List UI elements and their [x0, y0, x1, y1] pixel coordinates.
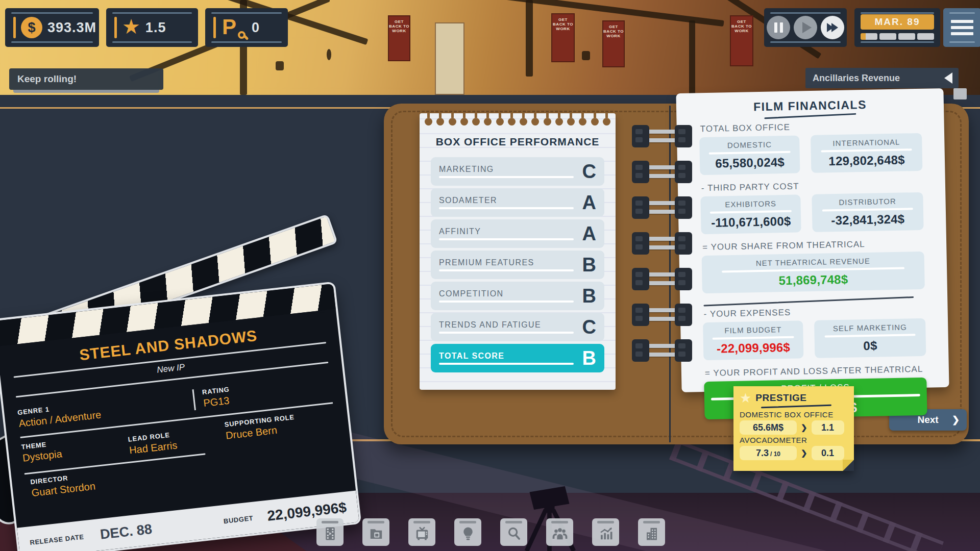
self-marketing-card: SELF MARKETING 0$ [814, 318, 926, 358]
current-date: MAR. 89 [861, 14, 934, 30]
film-budget-card: FILM BUDGET -22,099,996$ [703, 320, 803, 360]
prestige-badge[interactable]: ★ 1.5 [106, 8, 198, 47]
score-grade: B [582, 255, 596, 274]
international-label: INTERNATIONAL [811, 137, 922, 148]
score-grade: A [582, 193, 596, 212]
month-progress-segment [879, 33, 896, 40]
domestic-card: DOMESTIC 65,580,024$ [699, 135, 800, 175]
binder-clip [632, 232, 692, 255]
score-grade: C [582, 162, 596, 181]
backlot-poster: GET BACK TO WORK [602, 20, 625, 67]
score-grade: C [582, 317, 596, 337]
scorecard-row: SODAMETER A [431, 188, 604, 217]
film-budget-label: FILM BUDGET [703, 324, 803, 335]
film-financials-panel: FILM FINANCIALS TOTAL BOX OFFICE DOMESTI… [676, 88, 949, 392]
toast-text: Keep rolling! [17, 73, 77, 85]
ancillaries-revenue-label: Ancillaries Revenue [813, 73, 900, 84]
spiral-holes [425, 113, 610, 126]
score-grade: B [582, 286, 596, 306]
self-marketing-value: 0$ [815, 338, 926, 354]
badge-accent-bar [213, 17, 216, 38]
people-icon [552, 525, 568, 542]
ancillaries-revenue-header[interactable]: Ancillaries Revenue [805, 68, 959, 88]
backlot-poster: GET BACK TO WORK [730, 15, 753, 66]
prestige-row-gain: 1.1 [812, 420, 844, 435]
stats-button[interactable] [592, 518, 619, 546]
prestige-value: 1.5 [145, 20, 166, 36]
folder-icon [369, 525, 384, 542]
total-box-office-label: TOTAL BOX OFFICE [700, 119, 944, 134]
ideas-button[interactable] [454, 518, 481, 546]
binder-clip [632, 339, 692, 362]
film-clapperboard: STEEL AND SHADOWS New IP GENRE 1 Action … [0, 92, 398, 490]
binder-clip [632, 125, 692, 147]
archive-button[interactable] [362, 518, 389, 546]
scorecard-row: PREMIUM FEATURES B [431, 251, 604, 279]
box-office-scorecard: BOX OFFICE PERFORMANCE MARKETING C SODAM… [420, 113, 616, 390]
net-theatrical-card: NET THEATRICAL REVENUE 51,869,748$ [702, 252, 925, 293]
net-theatrical-label: NET THEATRICAL REVENUE [702, 256, 924, 268]
financials-divider [703, 296, 914, 307]
menu-button[interactable] [943, 8, 980, 47]
badge-accent-bar [114, 17, 117, 38]
tv-icon [414, 525, 430, 542]
stage-light [582, 51, 590, 60]
chevron-right-icon: ❯ [801, 448, 807, 458]
month-progress-segment [917, 33, 934, 40]
truss-post [526, 0, 533, 77]
building-icon [644, 525, 659, 542]
international-value: 129,802,648$ [811, 153, 922, 169]
binder-clip [632, 196, 692, 219]
score-grade: A [582, 224, 596, 243]
playback-controls [764, 8, 847, 47]
backlot-poster: GET BACK TO WORK [388, 15, 410, 61]
scorecard-row: COMPETITION B [431, 282, 604, 310]
pause-button[interactable] [767, 16, 790, 39]
release-date-label: RELEASE DATE [30, 533, 85, 546]
distributor-card: DISTRIBUTOR -32,841,324$ [812, 192, 923, 232]
hamburger-icon [943, 8, 980, 47]
domestic-label: DOMESTIC [699, 139, 799, 150]
fast-forward-button[interactable] [821, 16, 844, 39]
prestige-row-label: AVOCADOMETER [740, 436, 848, 444]
film-projects-button[interactable] [316, 518, 344, 546]
left-triangle-icon [944, 72, 952, 84]
backlot-door [435, 22, 464, 95]
chart-icon [598, 525, 614, 542]
scorecard-title: BOX OFFICE PERFORMANCE [420, 136, 616, 148]
toast-notification: Keep rolling! [9, 68, 163, 90]
prestige-row-label: DOMESTIC BOX OFFICE [740, 410, 848, 419]
badge-accent-bar [13, 17, 16, 38]
score-label: AFFINITY [439, 227, 582, 240]
play-button[interactable] [794, 16, 817, 39]
binder-clip [632, 268, 692, 290]
distributor-value: -32,841,324$ [812, 212, 923, 228]
prestige-row-value: 7.3/ 10 [740, 446, 797, 460]
tv-button[interactable] [408, 518, 435, 546]
star-icon: ★ [122, 16, 140, 37]
release-date-value: DEC. 88 [100, 521, 153, 542]
bulb-icon [460, 525, 476, 542]
panel-scroll-thumb[interactable] [953, 88, 967, 99]
next-button-label: Next [917, 414, 938, 425]
binder-clip [632, 161, 692, 183]
research-button[interactable] [500, 518, 527, 546]
stage-light [276, 61, 284, 70]
film-budget-value: -22,099,996$ [703, 340, 804, 356]
research-badge[interactable]: P 0 [205, 8, 288, 47]
domestic-value: 65,580,024$ [700, 155, 800, 171]
search-icon [506, 525, 522, 542]
staff-button[interactable] [546, 518, 573, 546]
studio-button[interactable] [638, 518, 665, 546]
chevron-right-icon: ❯ [801, 423, 807, 432]
chevron-right-icon: ❯ [952, 414, 960, 425]
score-label: MARKETING [439, 165, 582, 178]
share-label: = YOUR SHARE FROM THEATRICAL [702, 238, 946, 253]
star-icon: ★ [740, 391, 751, 405]
prestige-row-value: 65.6M$ [740, 420, 797, 435]
net-theatrical-value: 51,869,748$ [702, 271, 924, 289]
dollar-coin-icon: $ [21, 17, 42, 38]
money-badge[interactable]: $ 393.3M [5, 8, 99, 47]
film-icon [323, 525, 338, 542]
backlot-poster: GET BACK TO WORK [551, 13, 575, 62]
